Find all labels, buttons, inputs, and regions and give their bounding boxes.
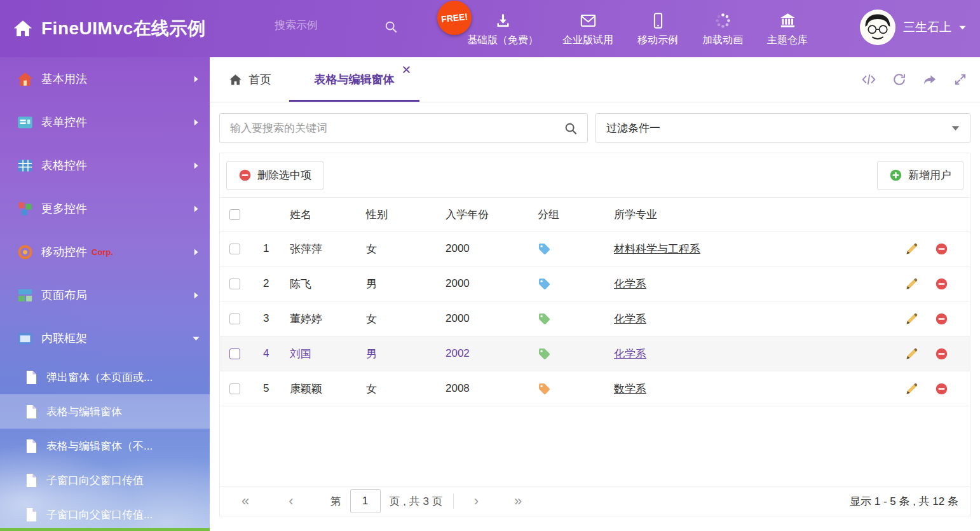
delete-selected-button[interactable]: 删除选中项 [226,161,323,190]
column-name[interactable]: 姓名 [282,207,358,222]
sidebar-item-6[interactable]: 页面布局 [0,273,210,317]
edit-icon[interactable] [905,382,918,396]
row-checkbox[interactable] [229,314,240,324]
major-link[interactable]: 材料科学与工程系 [614,243,700,255]
page-input[interactable] [350,489,381,513]
chevron-right-icon [193,76,200,83]
delete-icon[interactable] [935,242,948,256]
header-nav-item-2[interactable]: 企业版试用 [550,8,625,51]
sidebar-subitem-3[interactable]: 表格与编辑窗体（不... [0,429,210,463]
chevron-right-icon [193,119,200,126]
column-major[interactable]: 所学专业 [606,207,886,222]
major-link[interactable]: 化学系 [614,313,646,325]
row-checkbox[interactable] [229,383,240,394]
next-page-button[interactable]: › [474,494,479,508]
table-row[interactable]: 2陈飞男2000化学系 [220,266,970,301]
prev-page-button[interactable]: ‹ [289,494,293,508]
file-icon [25,507,37,522]
table-row[interactable]: 4刘国男2002化学系 [220,336,970,371]
share-icon[interactable] [923,72,937,86]
search-icon[interactable] [384,20,398,34]
edit-icon[interactable] [905,347,918,361]
app-header: FineUIMvc在线示例 FREE! 基础版（免费）企业版试用移动示例加载动画… [0,0,980,57]
delete-icon[interactable] [935,277,948,291]
sidebar-item-label: 表格控件 [41,158,87,173]
row-actions [886,242,970,256]
sidebar-subitem-4[interactable]: 子窗口向父窗口传值 [0,463,210,497]
chevron-down-icon [951,124,960,132]
table-row[interactable]: 3董婷婷女2000化学系 [220,301,970,336]
user-menu[interactable]: 三生石上 [860,10,966,45]
tag-icon [538,382,551,396]
table-row[interactable]: 5康颖颖女2008数学系 [220,371,970,406]
header-nav-item-3[interactable]: 移动示例 [625,8,690,51]
cat-layout-icon [17,287,34,304]
sidebar-subitem-1[interactable]: 弹出窗体（本页面或... [0,360,210,394]
row-checkbox[interactable] [229,244,240,254]
sidebar-item-3[interactable]: 表格控件 [0,144,210,187]
row-checkbox[interactable] [229,279,240,289]
delete-icon[interactable] [935,382,948,396]
row-checkbox[interactable] [229,348,240,359]
filter-dropdown[interactable]: 过滤条件一 [595,113,970,143]
checkbox-cell [220,348,249,359]
column-gender[interactable]: 性别 [358,207,438,222]
edit-icon[interactable] [905,312,918,326]
add-user-button[interactable]: 新增用户 [877,161,963,190]
major-link[interactable]: 化学系 [614,348,646,360]
row-actions [886,277,970,291]
sidebar-item-1[interactable]: 基本用法 [0,57,210,100]
avatar [860,10,895,45]
brand[interactable]: FineUIMvc在线示例 [13,17,206,41]
delete-icon[interactable] [935,312,948,326]
header-search-input[interactable] [275,19,376,32]
select-all-checkbox[interactable] [229,209,240,220]
column-year[interactable]: 入学年份 [438,207,530,222]
minus-circle-icon [238,169,252,182]
sidebar-item-2[interactable]: 表单控件 [0,100,210,144]
header-nav-label: 主题仓库 [767,34,808,47]
tag-icon [538,347,551,361]
major-link[interactable]: 数学系 [614,383,646,395]
page-suffix: 页 , 共 3 页 [390,494,443,509]
code-icon[interactable] [862,72,876,86]
tab-grid-edit-window[interactable]: 表格与编辑窗体 [289,57,419,102]
keyword-input[interactable] [220,122,554,135]
cat-home-icon [17,71,34,88]
table-row[interactable]: 1张萍萍女2000材料科学与工程系 [220,231,970,266]
cell-major: 数学系 [606,382,886,396]
last-page-button[interactable]: » [514,494,522,508]
cell-year: 2000 [438,242,530,255]
edit-icon[interactable] [905,277,918,291]
header-nav-item-5[interactable]: 主题仓库 [755,8,820,51]
sidebar-item-label: 表单控件 [41,114,87,130]
cell-group [530,277,606,291]
file-icon [25,473,37,488]
table-body: 1张萍萍女2000材料科学与工程系2陈飞男2000化学系3董婷婷女2000化学系… [220,231,970,406]
sidebar-subitem-2[interactable]: 表格与编辑窗体 [0,394,210,429]
expand-icon[interactable] [953,72,967,86]
data-grid: 姓名 性别 入学年份 分组 所学专业 1张萍萍女2000材料科学与工程系2陈飞男… [220,198,970,486]
file-icon [25,439,37,453]
row-number: 2 [249,277,282,290]
cell-gender: 女 [358,382,438,396]
filter-row: 过滤条件一 [219,113,970,143]
first-page-button[interactable]: « [242,494,249,508]
edit-icon[interactable] [905,242,918,256]
sidebar-subitem-5[interactable]: 子窗口向父窗口传值... [0,497,210,531]
tab-home[interactable]: 首页 [229,57,271,102]
major-link[interactable]: 化学系 [614,278,646,290]
sidebar-item-label: 页面布局 [41,287,87,303]
chevron-right-icon [193,162,200,169]
column-group[interactable]: 分组 [530,207,606,222]
sidebar-item-5[interactable]: 移动控件Corp. [0,230,210,273]
corp-badge: Corp. [92,247,113,257]
close-icon[interactable] [402,66,411,74]
sidebar-item-7[interactable]: 内联框架 [0,317,210,360]
refresh-icon[interactable] [892,72,906,86]
header-nav-item-4[interactable]: 加载动画 [690,8,755,51]
search-icon[interactable] [554,121,587,135]
delete-icon[interactable] [935,347,948,361]
page-prefix: 第 [330,494,341,509]
sidebar-item-4[interactable]: 更多控件 [0,187,210,230]
